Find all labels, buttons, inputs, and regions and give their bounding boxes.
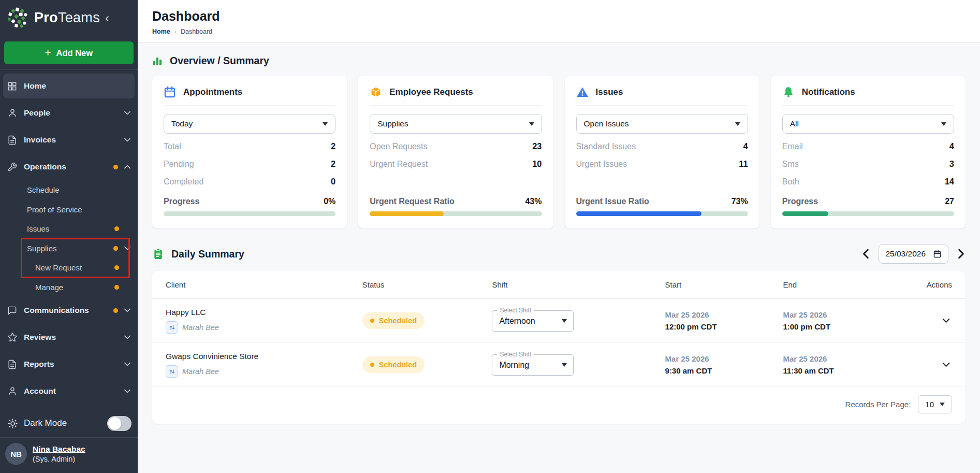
- progress-label: Progress: [164, 197, 199, 206]
- sidebar-collapse-icon[interactable]: ‹: [105, 12, 109, 24]
- sidebar-item-issues[interactable]: Issues: [0, 219, 138, 239]
- sidebar-item-schedule[interactable]: Schedule: [0, 180, 138, 200]
- chevron-down-icon: [124, 362, 130, 366]
- dashboard-grid-icon: [7, 81, 18, 91]
- page-title: Dashboard: [152, 9, 966, 24]
- stat-label: Pending: [164, 160, 194, 169]
- stat-label: Standard Issues: [576, 142, 636, 151]
- person-icon: [7, 386, 18, 396]
- sidebar-item-new-request[interactable]: New Request: [0, 258, 138, 278]
- card-title: Appointments: [183, 87, 242, 97]
- stat-value: 4: [949, 141, 954, 151]
- date-picker-input[interactable]: 25/03/2026: [879, 244, 948, 264]
- dropdown-caret-icon: [735, 122, 740, 126]
- report-document-icon: [7, 360, 18, 369]
- column-header-end: End: [783, 280, 897, 289]
- row-expand-button[interactable]: [942, 362, 952, 367]
- sidebar-item-account[interactable]: Account: [0, 378, 138, 405]
- overview-section-header: Overview / Summary: [152, 50, 966, 76]
- chevron-up-icon: [124, 165, 130, 169]
- swap-arrows-icon[interactable]: [166, 321, 178, 334]
- sidebar-item-communications[interactable]: Communications: [0, 297, 138, 324]
- notifications-card: Notifications All Email4 Sms3 Both14 Pro…: [771, 76, 966, 228]
- sidebar-item-people[interactable]: People: [0, 99, 138, 126]
- breadcrumb-separator-icon: ›: [174, 28, 177, 35]
- appointments-filter-select[interactable]: Today: [164, 114, 335, 134]
- employee-requests-filter-select[interactable]: Supplies: [370, 114, 542, 134]
- table-row: Gwaps Convinience Store Marah Bee Schedu…: [152, 343, 966, 387]
- chevron-down-icon: [124, 389, 130, 393]
- user-name-link[interactable]: Nina Bacabac: [33, 445, 85, 454]
- main-content: Dashboard Home › Dashboard Overview / Su…: [138, 0, 980, 473]
- bar-chart-icon: [152, 56, 163, 66]
- star-icon: [7, 332, 18, 342]
- status-badge: Scheduled: [362, 356, 425, 373]
- appointments-card: Appointments Today Total2 Pending2 Compl…: [152, 76, 347, 228]
- dark-mode-toggle[interactable]: [107, 416, 131, 431]
- alert-dot: [113, 308, 118, 313]
- sidebar-item-proof-of-service[interactable]: Proof of Service: [0, 200, 138, 220]
- progress-label: Urgent Issue Ratio: [576, 197, 649, 206]
- sidebar-item-home[interactable]: Home: [3, 74, 135, 98]
- sidebar-item-operations[interactable]: Operations: [0, 153, 138, 180]
- plus-icon: +: [45, 47, 51, 59]
- employee-requests-card: Employee Requests Supplies Open Requests…: [358, 76, 553, 228]
- status-cell: Scheduled: [362, 312, 492, 329]
- column-header-shift: Shift: [492, 280, 665, 289]
- previous-day-button[interactable]: [861, 248, 870, 260]
- dropdown-caret-icon: [529, 122, 534, 126]
- dark-mode-row: Dark Mode: [0, 409, 138, 437]
- progress-label: Progress: [782, 197, 818, 206]
- shift-cell: Select Shift Morning: [492, 354, 665, 376]
- shift-select[interactable]: Select Shift Afternoon: [492, 310, 574, 332]
- column-header-client: Client: [166, 280, 362, 289]
- progress-value: 43%: [525, 197, 542, 206]
- stat-label: Email: [782, 142, 803, 151]
- client-cell: Gwaps Convinience Store Marah Bee: [166, 352, 362, 378]
- swap-arrows-icon[interactable]: [166, 365, 178, 378]
- shift-select-label: Select Shift: [497, 351, 534, 358]
- user-role: (Sys. Admin): [33, 455, 85, 463]
- dropdown-caret-icon: [941, 122, 946, 126]
- shift-select-label: Select Shift: [497, 307, 534, 314]
- breadcrumb: Home › Dashboard: [152, 28, 966, 35]
- alert-dot: [114, 226, 119, 231]
- row-expand-button[interactable]: [942, 318, 952, 323]
- column-header-start: Start: [665, 280, 783, 289]
- breadcrumb-home-link[interactable]: Home: [152, 28, 170, 35]
- records-per-page-select[interactable]: 10: [918, 395, 952, 413]
- progress-bar: [370, 211, 542, 216]
- dropdown-caret-icon: [323, 122, 328, 126]
- next-day-button[interactable]: [957, 248, 966, 260]
- add-new-button[interactable]: + Add New: [4, 41, 134, 64]
- alert-dot: [113, 246, 118, 251]
- progress-value: 27: [945, 197, 954, 206]
- stat-value: 10: [532, 159, 542, 169]
- alert-dot: [114, 265, 119, 270]
- issues-card: Issues Open Issues Standard Issues4 Urge…: [565, 76, 759, 228]
- stat-value: 2: [331, 159, 335, 169]
- alert-dot: [114, 285, 119, 290]
- table-footer: Records Per Page: 10: [152, 387, 966, 424]
- sidebar-item-manage[interactable]: Manage: [0, 278, 138, 297]
- sidebar-item-invoices[interactable]: Invoices: [0, 126, 138, 153]
- stat-value: 0: [331, 177, 335, 187]
- sidebar-item-reviews[interactable]: Reviews: [0, 324, 138, 351]
- summary-cards: Appointments Today Total2 Pending2 Compl…: [152, 76, 966, 228]
- sidebar-nav: Home People Invoices Operations: [0, 70, 138, 405]
- shift-select[interactable]: Select Shift Morning: [492, 354, 574, 376]
- chat-icon: [7, 306, 18, 316]
- column-header-status: Status: [362, 280, 492, 289]
- sidebar-item-supplies[interactable]: Supplies: [0, 239, 138, 259]
- stat-value: 11: [739, 159, 748, 169]
- sidebar-item-reports[interactable]: Reports: [0, 351, 138, 378]
- card-title: Employee Requests: [389, 87, 473, 97]
- status-dot-icon: [370, 319, 374, 323]
- assignee-name: Marah Bee: [182, 323, 219, 332]
- status-dot-icon: [370, 363, 374, 367]
- stat-label: Urgent Request: [370, 160, 428, 169]
- notifications-filter-select[interactable]: All: [782, 114, 954, 134]
- chevron-down-icon: [124, 308, 130, 312]
- card-title: Notifications: [802, 87, 855, 97]
- issues-filter-select[interactable]: Open Issues: [576, 114, 748, 134]
